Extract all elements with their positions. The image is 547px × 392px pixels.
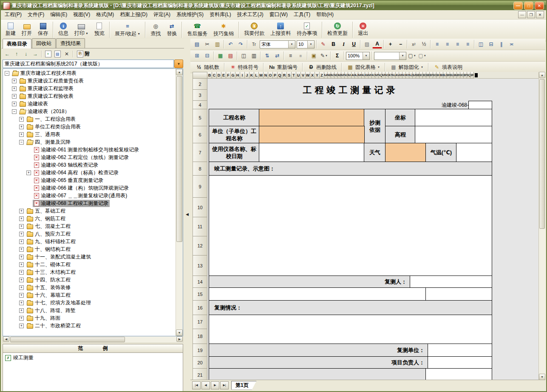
menu-item-11[interactable]: 工具(T) <box>291 10 313 19</box>
tree-item[interactable]: +十八、路堤、路堑 <box>3 307 176 314</box>
tree-expand-icon[interactable]: + <box>19 125 24 129</box>
column-header-D[interactable]: D <box>217 72 221 79</box>
service-button[interactable]: ☎售后服务 <box>184 20 210 40</box>
menu-item-1[interactable]: 文件(F) <box>25 10 47 19</box>
upload-button[interactable]: ↑上报资料 <box>267 20 294 40</box>
scroll-down-icon[interactable]: ▼ <box>176 330 183 336</box>
tree-expand-icon[interactable]: + <box>12 79 17 83</box>
column-header-AQ[interactable]: AQ <box>379 72 382 79</box>
column-header-AP[interactable]: AP <box>375 72 379 79</box>
distribute-rows-button[interactable]: ≍ <box>507 40 516 49</box>
tree-item[interactable]: +八、预应力工程 <box>3 230 176 238</box>
row-header-4[interactable]: 4 <box>193 101 207 109</box>
fill-color-button[interactable]: ▨ <box>362 40 372 49</box>
special-button[interactable]: ✳特殊符号 <box>226 62 262 72</box>
tree-item[interactable]: +✕渝建竣-064 高程（标高）检查记录 <box>3 169 176 176</box>
column-header-L[interactable]: L <box>254 72 259 79</box>
row-header-2[interactable]: 2 <box>193 79 207 90</box>
align-left-button[interactable]: ≡ <box>432 40 442 49</box>
row-header-18[interactable]: 18 <box>193 329 207 344</box>
column-header-AS[interactable]: AS <box>385 72 389 79</box>
column-header-AE[interactable]: AE <box>338 72 341 79</box>
tree-expand-icon[interactable]: + <box>19 316 24 321</box>
zoom-combo[interactable]: 100%▼ <box>346 52 370 60</box>
move-rows-button[interactable]: ⇅ <box>262 51 272 60</box>
scroll-down-icon[interactable]: ▼ <box>539 374 545 380</box>
distribute-cols-button[interactable]: ∥ <box>496 40 506 49</box>
half-button[interactable]: ½随机数 <box>192 62 223 72</box>
column-header-X[interactable]: X <box>310 72 315 79</box>
mdi-restore-button[interactable]: ❐ <box>527 11 535 18</box>
temperature-input[interactable] <box>456 143 492 162</box>
border-style-button[interactable]: ▢▼ <box>407 51 417 60</box>
column-header-R[interactable]: R <box>282 72 287 79</box>
menu-item-6[interactable]: 评定(A) <box>150 10 173 19</box>
cut-icon[interactable]: ✂ <box>202 40 212 49</box>
line-spacing-inc-button[interactable]: ≡ <box>286 51 295 60</box>
example-item[interactable]: ✗竣工测量 <box>3 353 183 363</box>
column-header-AA[interactable]: AA <box>324 72 328 79</box>
column-header-BB[interactable]: BB <box>416 72 419 79</box>
print-button[interactable]: 打印▼ <box>71 20 91 40</box>
form-code-input-cell[interactable] <box>469 101 492 109</box>
column-header-AV[interactable]: AV <box>396 72 399 79</box>
catalog-select-dropdown[interactable]: ▼ <box>174 60 183 68</box>
scrollbar-thumb[interactable] <box>539 79 545 229</box>
tree-item[interactable]: +渝建竣表 <box>3 100 176 108</box>
left-tab-2[interactable]: 查找结果 <box>56 38 85 48</box>
split-vertical-button[interactable]: ▥ <box>249 51 259 60</box>
tree-expand-icon[interactable]: + <box>26 170 31 175</box>
column-header-N[interactable]: N <box>264 72 268 79</box>
copy-icon[interactable]: ▤ <box>192 40 202 49</box>
column-header-AW[interactable]: AW <box>399 72 402 79</box>
fit-width-button[interactable]: ◫ <box>476 40 486 49</box>
column-header-M[interactable]: M <box>259 72 264 79</box>
minimize-button[interactable]: — <box>513 2 523 10</box>
row-header-20[interactable]: 20 <box>193 357 207 369</box>
tree-item[interactable]: +十一、装配式混凝土建筑 <box>3 253 176 261</box>
expand-button[interactable]: ≡展开/收起▼ <box>112 20 143 40</box>
tree-expand-icon[interactable]: + <box>19 216 24 221</box>
draw-pen-button[interactable]: ✎▼ <box>319 51 329 60</box>
tree-expand-icon[interactable]: + <box>12 86 17 91</box>
line-spacing-dec-button[interactable]: ≡ <box>296 51 306 60</box>
tree-item[interactable]: ✕渝建竣-063 轴线检查记录 <box>3 161 176 169</box>
redo-icon[interactable]: ↷ <box>236 40 246 49</box>
row-header-15[interactable]: 15 <box>193 288 207 301</box>
tree-item[interactable]: −重庆市建设工程技术用表 <box>3 69 176 77</box>
insert-image-button[interactable]: ▣ <box>309 51 319 60</box>
tree-expand-icon[interactable]: + <box>19 117 24 122</box>
tree-item[interactable]: ✕渝建竣-067 ＿＿测量复核记录(通用表) <box>3 192 176 199</box>
tree-item[interactable]: +十六、幕墙工程 <box>3 291 176 299</box>
elevation-input[interactable] <box>415 126 492 143</box>
tree-expand-icon[interactable]: + <box>19 293 24 298</box>
tree-item[interactable]: ✕渝建竣-061 测量控制桩移交与接桩复核记录 <box>3 146 176 153</box>
column-header-K[interactable]: K <box>249 72 254 79</box>
column-header-AM[interactable]: AM <box>365 72 368 79</box>
column-header-AH[interactable]: AH <box>348 72 351 79</box>
menu-item-5[interactable]: 档案上报(D) <box>117 10 150 19</box>
scroll-up-icon[interactable]: ▲ <box>539 72 545 78</box>
row-header-3[interactable]: 3 <box>193 90 207 101</box>
paste-icon[interactable]: ▥ <box>213 40 222 49</box>
row-header-8[interactable]: 8 <box>193 162 207 176</box>
tree-item[interactable]: +六、钢筋工程 <box>3 215 176 222</box>
row-header-6[interactable]: 6 <box>193 126 207 143</box>
font-size-combo[interactable]: 10▼ <box>297 40 315 48</box>
line-style-combo[interactable]: ▼ <box>374 52 406 60</box>
tree-expand-icon[interactable]: + <box>19 255 24 259</box>
panel-splitter[interactable]: ◀ <box>184 39 190 390</box>
align-right-button[interactable]: ≡ <box>453 40 462 49</box>
close-button[interactable]: ✕ <box>535 2 544 10</box>
column-header-AI[interactable]: AI <box>351 72 355 79</box>
column-header-AK[interactable]: AK <box>358 72 362 79</box>
column-header-BF[interactable]: BF <box>430 72 433 79</box>
tree-item[interactable]: ✕渝建竣-066 建（构）筑物沉降观测记录 <box>3 184 176 192</box>
maximize-button[interactable]: □ <box>524 2 533 10</box>
first-sheet-button[interactable]: |◀ <box>192 381 201 389</box>
tree-item[interactable]: +五、基础工程 <box>3 207 176 215</box>
open-button[interactable]: 打开 <box>19 20 35 40</box>
weather-input[interactable] <box>385 143 426 162</box>
decrease-button[interactable]: − <box>396 40 405 49</box>
renumber-button[interactable]: №重新编号 <box>265 62 301 72</box>
